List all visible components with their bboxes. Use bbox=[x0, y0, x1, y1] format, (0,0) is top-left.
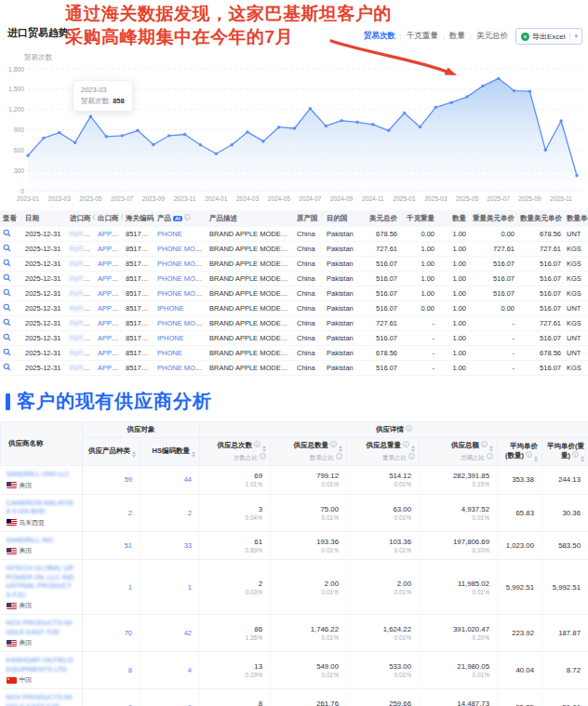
product-link[interactable]: IPHONE bbox=[154, 301, 207, 316]
importer-link[interactable]: FUTURE ... bbox=[67, 331, 95, 346]
exporter-link[interactable]: APPLE S... bbox=[95, 257, 123, 272]
hs-codes-count[interactable]: 33 bbox=[140, 531, 200, 560]
quantity: 1.00 bbox=[437, 272, 469, 286]
exporter-link[interactable]: APPLE S... bbox=[95, 331, 123, 346]
product-link[interactable]: PHONE MOTHER bbox=[154, 316, 207, 331]
svg-text:2025-07: 2025-07 bbox=[488, 195, 511, 202]
importer-link[interactable]: FUTURE ... bbox=[67, 346, 95, 361]
svg-text:1,200: 1,200 bbox=[8, 106, 24, 113]
sort-icon[interactable] bbox=[339, 446, 342, 452]
hs-codes-count[interactable]: 42 bbox=[140, 615, 200, 652]
tab-usd-total[interactable]: 美元总价 bbox=[476, 31, 508, 42]
supplier-name-link[interactable]: KASHGAR OILFIELD EQUIPMENTS LTD bbox=[7, 656, 75, 673]
hs-codes-count[interactable]: 4 bbox=[140, 652, 200, 689]
product-kinds-count[interactable]: 8 bbox=[83, 652, 140, 689]
exporter-link[interactable]: APPLE S... bbox=[95, 227, 123, 242]
dest-country: Pakistan bbox=[324, 242, 357, 257]
dest-country: Pakistan bbox=[324, 286, 357, 301]
importer-link[interactable]: FUTURE ... bbox=[67, 242, 95, 257]
export-dropdown-caret[interactable]: ▾ bbox=[569, 33, 581, 40]
sort-icon[interactable] bbox=[132, 451, 136, 458]
view-detail-button[interactable] bbox=[0, 272, 22, 286]
kg-weight: - bbox=[400, 361, 437, 376]
product-link[interactable]: PHONE bbox=[154, 227, 207, 242]
importer-link[interactable]: FUTURE ... bbox=[67, 257, 95, 272]
product-kinds-count[interactable]: 1 bbox=[83, 560, 140, 615]
total-amount: 4,937.520.01% bbox=[420, 494, 498, 531]
hs-code: 85177900 bbox=[123, 257, 154, 272]
hs-codes-count[interactable]: 1 bbox=[140, 560, 200, 615]
avg-price-by-weight: 187.87 bbox=[542, 615, 588, 652]
product-link[interactable]: IPHONE bbox=[154, 331, 207, 346]
product-link[interactable]: PHONE MOTHER bbox=[154, 286, 207, 301]
usd-total: 678.56 bbox=[357, 227, 400, 242]
importer-link[interactable]: FUTURE ... bbox=[67, 272, 95, 286]
origin-country: China bbox=[294, 272, 324, 286]
sort-icon[interactable] bbox=[411, 446, 415, 452]
hs-codes-count[interactable]: 2 bbox=[140, 494, 200, 531]
tab-separator: | bbox=[470, 33, 472, 41]
supplier-col-7: 平均单价(重量)i bbox=[542, 438, 588, 466]
trade-row: 2025-12-31FUTURE ...APPLE S...85177900PH… bbox=[0, 257, 588, 272]
avg-price-by-weight: 244.13 bbox=[542, 466, 588, 495]
exporter-link[interactable]: APPLE S... bbox=[95, 346, 123, 361]
supplier-name-link[interactable]: SANDRILL OIM LLC bbox=[7, 470, 75, 479]
quantity: 1.00 bbox=[437, 286, 469, 301]
export-excel-button[interactable]: x 导出Excel ▾ bbox=[515, 28, 582, 45]
importer-link[interactable]: FUTURE ... bbox=[67, 361, 95, 376]
hs-codes-count[interactable]: 44 bbox=[140, 466, 200, 495]
view-detail-button[interactable] bbox=[0, 301, 22, 316]
sort-icon[interactable] bbox=[262, 446, 266, 452]
view-detail-button[interactable] bbox=[0, 242, 22, 257]
quantity: 1.00 bbox=[437, 316, 469, 331]
exporter-link[interactable]: APPLE S... bbox=[95, 361, 123, 376]
product-kinds-count[interactable]: 51 bbox=[83, 531, 140, 560]
view-detail-button[interactable] bbox=[0, 286, 22, 301]
supplier-country: 美国 bbox=[7, 546, 75, 555]
view-detail-button[interactable] bbox=[0, 361, 22, 376]
supplier-name-link[interactable]: SANDRILL INC bbox=[7, 536, 75, 545]
product-link[interactable]: PHONE bbox=[154, 346, 207, 361]
trade-col-10: 千克重量 bbox=[400, 210, 437, 227]
product-link[interactable]: PHONE MOTHER bbox=[154, 242, 207, 257]
product-link[interactable]: PHONE MOTHER bbox=[154, 361, 207, 376]
sort-icon[interactable] bbox=[581, 456, 584, 462]
supplier-name-link[interactable]: NOV PRODUCTS MIDDLE EAST FZE bbox=[7, 693, 75, 706]
product-kinds-count[interactable]: 6 bbox=[83, 689, 140, 706]
product-link[interactable]: PHONE MOTHER bbox=[154, 272, 207, 286]
tab-kg-weight[interactable]: 千克重量 bbox=[407, 31, 438, 42]
importer-link[interactable]: FUTURE ... bbox=[67, 286, 95, 301]
usd-per-qty: 516.07 bbox=[517, 301, 564, 316]
usd-per-qty: 678.56 bbox=[517, 227, 564, 242]
exporter-link[interactable]: APPLE S... bbox=[95, 301, 123, 316]
my-flag-icon bbox=[7, 519, 17, 526]
product-link[interactable]: PHONE MOTHER bbox=[154, 257, 207, 272]
sort-icon[interactable] bbox=[534, 456, 538, 462]
product-kinds-count[interactable]: 2 bbox=[83, 494, 140, 531]
sort-icon[interactable] bbox=[489, 446, 493, 452]
view-detail-button[interactable] bbox=[0, 316, 22, 331]
tab-quantity[interactable]: 数量 bbox=[449, 31, 465, 42]
exporter-link[interactable]: APPLE S... bbox=[95, 286, 123, 301]
view-detail-button[interactable] bbox=[0, 331, 22, 346]
importer-link[interactable]: FUTURE ... bbox=[67, 227, 95, 242]
hs-codes-count[interactable]: 6 bbox=[140, 689, 200, 706]
hs-code: 85177900 bbox=[123, 272, 154, 286]
product-kinds-count[interactable]: 59 bbox=[83, 466, 140, 495]
supplier-name-link[interactable]: HITECH GLOBAL UR POWER OIL LLC INDUSTRIA… bbox=[7, 564, 75, 599]
kg-weight: 1.00 bbox=[400, 272, 437, 286]
importer-link[interactable]: FUTURE ... bbox=[67, 316, 95, 331]
exporter-link[interactable]: APPLE S... bbox=[95, 316, 123, 331]
supplier-table: 供应商名称 供应对象 供应详情i 供应产品种类HS编码数量供应总次数i次数占比i… bbox=[0, 421, 588, 706]
product-kinds-count[interactable]: 70 bbox=[83, 615, 140, 652]
view-detail-button[interactable] bbox=[0, 346, 22, 361]
importer-link[interactable]: FUTURE ... bbox=[67, 301, 95, 316]
supplier-name-link[interactable]: NOV PRODUCTS MIDDLE EAST FZE bbox=[7, 619, 75, 636]
sort-icon[interactable] bbox=[192, 451, 195, 458]
usd-per-kg: 0.00 bbox=[469, 227, 517, 242]
exporter-link[interactable]: APPLE S... bbox=[95, 242, 123, 257]
view-detail-button[interactable] bbox=[0, 257, 22, 272]
supplier-name-link[interactable]: CAMERON MALAYSIA S DN BHD bbox=[7, 499, 75, 516]
view-detail-button[interactable] bbox=[0, 227, 22, 242]
exporter-link[interactable]: APPLE S... bbox=[95, 272, 123, 286]
